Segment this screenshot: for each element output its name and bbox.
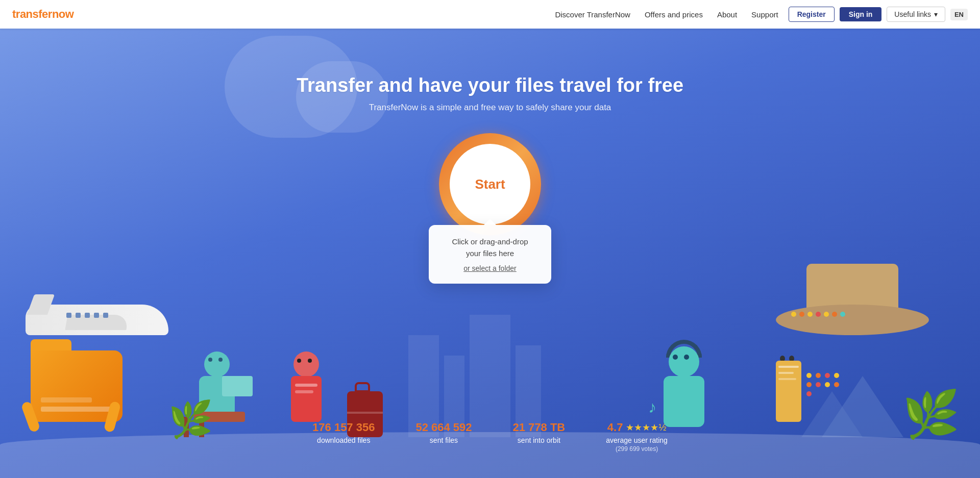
stat-rating: 4.7 ★★★★½ average user rating (299 699 v…: [606, 421, 668, 452]
dot-6: [816, 382, 821, 387]
bg-cloud-2: [296, 61, 388, 133]
folder-body: [31, 350, 122, 422]
stat-sent-files-label: sent files: [415, 436, 472, 444]
ticket-eyes: [780, 356, 794, 362]
language-selector[interactable]: EN: [950, 9, 968, 20]
laptop: [222, 376, 253, 396]
ticket-body: [776, 361, 801, 422]
dot-decoration: [806, 373, 847, 396]
stat-downloaded: 176 157 356 downloaded files: [312, 421, 375, 452]
eye: [297, 359, 301, 363]
stat-downloaded-number: 176 157 356: [312, 421, 375, 434]
rating-row: 4.7 ★★★★½: [606, 421, 668, 434]
rating-votes: (299 699 votes): [606, 445, 668, 452]
hat-dot: [807, 312, 813, 317]
nav-support[interactable]: Support: [751, 10, 778, 19]
plane-window: [85, 313, 90, 318]
stat-downloaded-label: downloaded files: [312, 436, 375, 444]
hat-dot: [799, 312, 804, 317]
airplane-illustration: [26, 305, 168, 335]
dot-9: [806, 391, 812, 396]
doc-line: [295, 384, 317, 387]
upload-area: Start Click or drag-and-dropyour files h…: [0, 133, 980, 284]
suitcase-stripe: [347, 412, 383, 414]
chevron-down-icon: ▾: [934, 10, 938, 18]
eye: [684, 355, 689, 360]
plane-window: [103, 313, 108, 318]
stat-sent-orbit-number: 21 778 TB: [513, 421, 566, 434]
navbar-actions: Register Sign in Useful links ▾ EN: [789, 7, 968, 22]
logo[interactable]: transfernow: [12, 8, 74, 21]
nav-offers[interactable]: Offers and prices: [645, 10, 703, 19]
plane-window: [94, 313, 99, 318]
ticket-line: [778, 372, 794, 374]
start-label: Start: [475, 177, 505, 192]
hat-dot: [791, 312, 796, 317]
rating-number: 4.7: [607, 421, 623, 434]
upload-tooltip: Click or drag-and-dropyour files here or…: [429, 225, 551, 284]
star-rating: ★★★★½: [626, 422, 666, 433]
doc-line: [295, 390, 313, 393]
useful-links-button[interactable]: Useful links ▾: [887, 7, 945, 22]
seated-head: [204, 351, 230, 377]
nav-links: Discover TransferNow Offers and prices A…: [555, 10, 778, 19]
navbar: transfernow Discover TransferNow Offers …: [0, 0, 980, 29]
headphone: [666, 340, 702, 358]
useful-links-label: Useful links: [894, 10, 931, 18]
plane-tail: [27, 294, 55, 315]
eye: [218, 358, 223, 362]
nav-about[interactable]: About: [717, 10, 737, 19]
hero-section: 🌿 ♪: [0, 0, 980, 478]
signin-button[interactable]: Sign in: [840, 7, 882, 21]
red-doc-body: [291, 376, 322, 422]
ticket-line: [778, 378, 796, 380]
hero-title: Transfer and have your files travel for …: [0, 74, 980, 96]
eye-right: [789, 356, 794, 362]
hat-dot: [832, 312, 837, 317]
music-note-icon: ♪: [648, 398, 656, 417]
bg-building-3: [470, 315, 510, 437]
stats-bar: 176 157 356 downloaded files 52 664 592 …: [0, 421, 980, 452]
folder-line: [41, 407, 112, 412]
dot-2: [816, 373, 821, 378]
eye: [308, 359, 312, 363]
dot-7: [825, 382, 830, 387]
upload-instructions: Click or drag-and-dropyour files here: [445, 236, 535, 259]
stat-sent-files-number: 52 664 592: [415, 421, 472, 434]
dot-1: [806, 373, 812, 378]
hat-dot: [824, 312, 829, 317]
stat-sent-orbit-label: sent into orbit: [513, 436, 566, 444]
stat-sent-orbit: 21 778 TB sent into orbit: [513, 421, 566, 452]
hat-brim: [776, 305, 929, 335]
logo-accent: now: [52, 8, 74, 20]
stat-sent-files: 52 664 592 sent files: [415, 421, 472, 452]
hat-dots: [776, 305, 929, 324]
eye-left: [780, 356, 785, 362]
suitcase-handle: [355, 382, 370, 392]
logo-text: transfer: [12, 8, 52, 20]
start-circle-inner: Start: [450, 144, 530, 224]
eye: [673, 355, 678, 360]
music-head: [669, 346, 699, 377]
select-folder-link[interactable]: or select a folder: [445, 264, 535, 272]
red-doc-head: [293, 351, 319, 377]
dot-4: [834, 373, 839, 378]
folder-tab: [31, 339, 71, 351]
ticket-line: [778, 366, 799, 368]
register-button[interactable]: Register: [789, 7, 835, 22]
plane-windows: [66, 313, 108, 318]
hat-dot: [840, 312, 845, 317]
nav-discover[interactable]: Discover TransferNow: [555, 10, 630, 19]
hero-subtitle: TransferNow is a simple and free way to …: [0, 103, 980, 113]
hat-dot: [816, 312, 821, 317]
dot-8: [834, 382, 839, 387]
dot-5: [806, 382, 812, 387]
eye: [208, 358, 212, 362]
plane-body: [26, 305, 168, 335]
plane-window: [76, 313, 81, 318]
rating-label: average user rating: [606, 436, 668, 444]
seated-body: [199, 376, 235, 417]
music-body: [664, 376, 704, 427]
folder-line: [41, 397, 92, 402]
chair-seat: [194, 412, 245, 422]
